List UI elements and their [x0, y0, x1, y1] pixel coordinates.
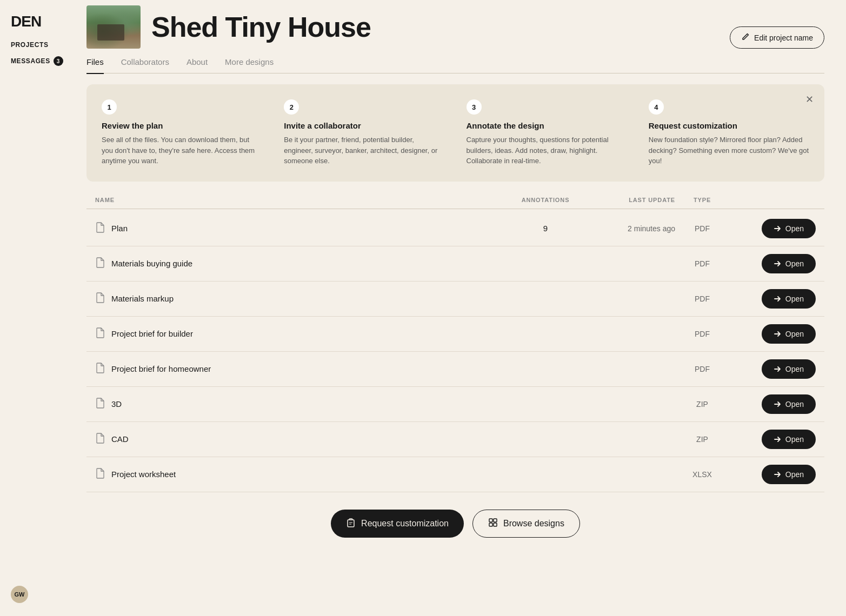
step-3-number: 3	[467, 99, 482, 115]
table-row: Project brief for builder PDF Open	[86, 317, 824, 352]
project-header: Shed Tiny House Edit project name	[86, 0, 824, 57]
file-type: PDF	[675, 259, 729, 268]
file-type: ZIP	[675, 435, 729, 444]
tab-collaborators[interactable]: Collaborators	[121, 57, 169, 73]
step-4-number: 4	[649, 99, 664, 115]
file-icon	[95, 327, 105, 340]
open-file-button[interactable]: Open	[762, 430, 816, 449]
file-name-cell: Materials markup	[95, 292, 502, 305]
table-row: 3D ZIP Open	[86, 387, 824, 422]
file-type: PDF	[675, 330, 729, 338]
open-file-button[interactable]: Open	[762, 324, 816, 344]
file-name-cell: Plan	[95, 222, 502, 235]
file-action: Open	[729, 430, 816, 449]
file-name: Materials buying guide	[111, 259, 192, 268]
step-2-title: Invite a collaborator	[284, 121, 444, 130]
step-4-title: Request customization	[649, 121, 809, 130]
step-1: 1 Review the plan See all of the files. …	[102, 99, 262, 166]
step-1-number: 1	[102, 99, 117, 115]
table-row: Plan 9 2 minutes ago PDF Open	[86, 211, 824, 246]
file-icon	[95, 398, 105, 411]
file-action: Open	[729, 359, 816, 379]
file-name: Project worksheet	[111, 470, 176, 479]
file-name: 3D	[111, 399, 122, 409]
edit-icon	[741, 32, 750, 43]
file-action: Open	[729, 324, 816, 344]
step-4-desc: New foundation style? Mirrored floor pla…	[649, 135, 809, 166]
table-row: Project brief for homeowner PDF Open	[86, 352, 824, 387]
table-header: NAME ANNOTATIONS LAST UPDATE TYPE	[86, 197, 824, 209]
open-file-button[interactable]: Open	[762, 254, 816, 273]
sidebar-nav: PROJECTS MESSAGES 3	[11, 41, 65, 66]
table-row: Materials markup PDF Open	[86, 282, 824, 317]
edit-project-button[interactable]: Edit project name	[730, 26, 824, 49]
browse-designs-button[interactable]: Browse designs	[472, 510, 580, 538]
table-row: Project worksheet XLSX Open	[86, 457, 824, 492]
request-customization-button[interactable]: Request customization	[331, 510, 464, 538]
step-2-desc: Be it your partner, friend, potential bu…	[284, 135, 444, 166]
step-1-desc: See all of the files. You can download t…	[102, 135, 262, 166]
col-annotations-header: ANNOTATIONS	[502, 197, 589, 203]
svg-rect-4	[494, 523, 497, 526]
file-action: Open	[729, 465, 816, 484]
clipboard-icon	[346, 518, 356, 530]
file-name: Project brief for builder	[111, 329, 193, 338]
step-1-title: Review the plan	[102, 121, 262, 130]
file-name: CAD	[111, 434, 129, 444]
avatar: GW	[11, 586, 28, 603]
file-type: XLSX	[675, 470, 729, 479]
file-name: Project brief for homeowner	[111, 364, 211, 373]
file-type: PDF	[675, 365, 729, 373]
open-file-button[interactable]: Open	[762, 394, 816, 414]
step-4: 4 Request customization New foundation s…	[649, 99, 809, 166]
project-image	[86, 5, 141, 49]
col-name-header: NAME	[95, 197, 502, 203]
svg-rect-1	[489, 519, 492, 522]
sidebar: DEN PROJECTS MESSAGES 3 GW	[0, 0, 76, 616]
footer-actions: Request customization Browse designs	[86, 492, 824, 538]
file-name: Materials markup	[111, 294, 174, 303]
file-lastupdate: 2 minutes ago	[589, 224, 675, 233]
file-icon	[95, 222, 105, 235]
file-annotations: 9	[502, 224, 589, 233]
file-icon	[95, 433, 105, 446]
tab-bar: Files Collaborators About More designs	[86, 57, 824, 73]
svg-rect-2	[494, 519, 497, 522]
tab-about[interactable]: About	[186, 57, 208, 73]
file-name-cell: Project worksheet	[95, 468, 502, 481]
main-content: Shed Tiny House Edit project name Files …	[76, 0, 846, 616]
file-type: PDF	[675, 224, 729, 233]
step-2-number: 2	[284, 99, 299, 115]
step-3-desc: Capture your thoughts, questions for pot…	[467, 135, 627, 166]
file-name-cell: 3D	[95, 398, 502, 411]
step-3-title: Annotate the design	[467, 121, 627, 130]
table-row: Materials buying guide PDF Open	[86, 246, 824, 282]
tab-more-designs[interactable]: More designs	[225, 57, 274, 73]
open-file-button[interactable]: Open	[762, 359, 816, 379]
step-2: 2 Invite a collaborator Be it your partn…	[284, 99, 444, 166]
col-action-header	[729, 197, 816, 203]
close-steps-button[interactable]: ✕	[803, 93, 816, 106]
file-type: ZIP	[675, 400, 729, 409]
file-icon	[95, 468, 105, 481]
sidebar-item-messages[interactable]: MESSAGES 3	[11, 56, 65, 66]
open-file-button[interactable]: Open	[762, 289, 816, 309]
tab-files[interactable]: Files	[86, 57, 104, 73]
file-icon	[95, 257, 105, 270]
file-action: Open	[729, 254, 816, 273]
svg-rect-3	[489, 523, 492, 526]
open-file-button[interactable]: Open	[762, 219, 816, 238]
col-lastupdate-header: LAST UPDATE	[589, 197, 675, 203]
file-action: Open	[729, 394, 816, 414]
project-title: Shed Tiny House	[151, 13, 371, 41]
messages-badge: 3	[54, 56, 63, 66]
file-action: Open	[729, 219, 816, 238]
file-action: Open	[729, 289, 816, 309]
svg-rect-0	[348, 520, 354, 527]
file-icon	[95, 292, 105, 305]
file-type: PDF	[675, 294, 729, 303]
col-type-header: TYPE	[675, 197, 729, 203]
open-file-button[interactable]: Open	[762, 465, 816, 484]
logo: DEN	[11, 13, 65, 30]
sidebar-item-projects[interactable]: PROJECTS	[11, 41, 65, 49]
